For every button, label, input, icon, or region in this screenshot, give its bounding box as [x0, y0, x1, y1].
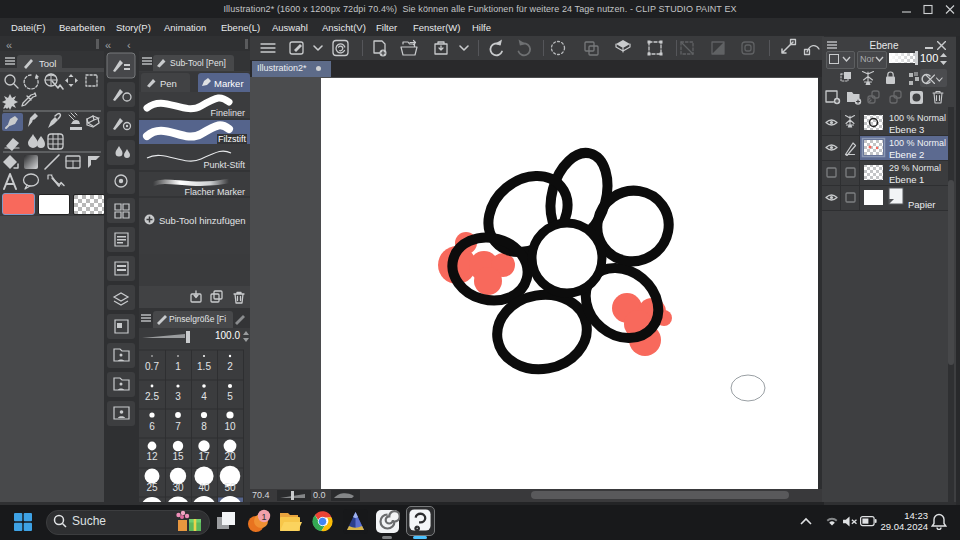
svg-text:12: 12	[146, 451, 158, 462]
svg-text:2.5: 2.5	[145, 391, 159, 402]
svg-text:4: 4	[201, 391, 207, 402]
svg-text:1: 1	[261, 512, 266, 522]
svg-text:30: 30	[172, 482, 184, 493]
svg-text:1.5: 1.5	[197, 361, 211, 372]
svg-text:6: 6	[149, 421, 155, 432]
svg-text:25: 25	[146, 482, 158, 493]
svg-text:20: 20	[224, 451, 236, 462]
svg-text:17: 17	[198, 451, 210, 462]
svg-text:8: 8	[201, 421, 207, 432]
svg-text:5: 5	[227, 391, 233, 402]
svg-text:3: 3	[175, 391, 181, 402]
svg-text:2: 2	[227, 361, 233, 372]
svg-text:40: 40	[198, 482, 210, 493]
svg-text:50: 50	[224, 482, 236, 493]
svg-text:15: 15	[172, 451, 184, 462]
svg-text:1: 1	[175, 361, 181, 372]
svg-text:0.7: 0.7	[145, 361, 159, 372]
svg-text:10: 10	[224, 421, 236, 432]
svg-text:7: 7	[175, 421, 181, 432]
